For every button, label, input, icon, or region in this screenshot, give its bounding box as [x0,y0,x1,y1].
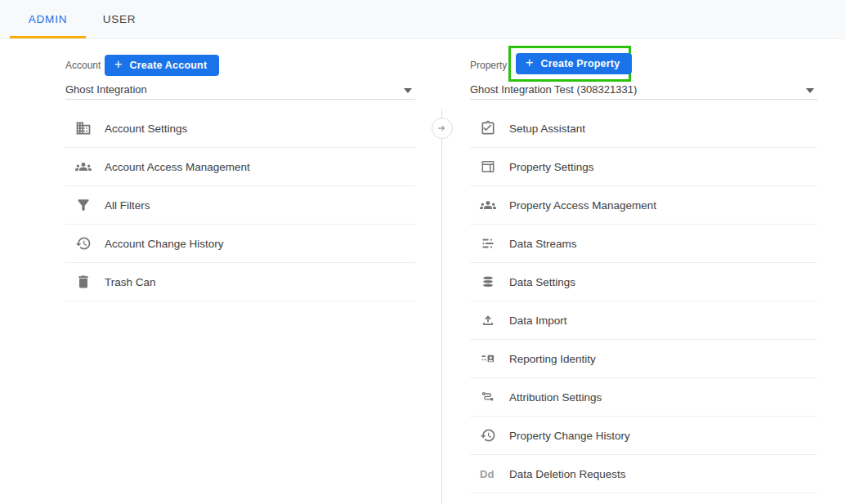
tab-user[interactable]: USER [86,0,153,38]
property-section-label: Property [470,60,507,71]
property-selector-value: Ghost Integration Test (308321331) [470,83,637,96]
account-menu: Account Settings Account Access Manageme… [65,109,415,301]
chevron-down-icon [404,83,412,96]
menu-item-label: Account Access Management [105,161,250,173]
filter-icon [75,197,92,213]
active-tab-underline [10,36,86,38]
chevron-down-icon [806,83,814,96]
history-icon [480,427,496,444]
identity-card-icon [480,350,496,367]
create-property-label: Create Property [541,58,620,69]
plus-icon: + [114,58,123,71]
clipboard-check-icon [480,120,496,136]
people-icon [75,158,92,175]
property-selector[interactable]: Ghost Integration Test (308321331) [470,79,817,100]
menu-item-label: Data Import [509,314,567,327]
property-menu: Setup Assistant Property Settings Proper… [470,109,817,493]
menu-item-label: Reporting Identity [509,353,596,365]
menu-item-attribution-settings[interactable]: Attribution Settings [470,378,817,417]
menu-item-data-deletion-requests[interactable]: Dd Data Deletion Requests [470,455,817,493]
menu-item-label: Property Settings [509,161,594,173]
attribution-path-icon [480,389,496,405]
plus-icon: + [526,56,534,69]
menu-item-account-change-history[interactable]: Account Change History [65,225,415,263]
menu-item-all-filters[interactable]: All Filters [65,186,415,225]
menu-item-trash-can[interactable]: Trash Can [65,263,415,301]
people-icon [480,197,496,213]
account-selector-value: Ghost Integration [65,83,147,96]
create-account-button[interactable]: + Create Account [105,55,219,76]
arrow-right-icon [436,122,449,135]
menu-item-data-streams[interactable]: Data Streams [470,225,817,263]
menu-item-label: Account Change History [105,238,224,250]
menu-item-data-settings[interactable]: Data Settings [470,263,817,301]
menu-item-reporting-identity[interactable]: Reporting Identity [470,340,817,378]
account-section-label: Account [65,60,101,71]
menu-item-setup-assistant[interactable]: Setup Assistant [470,109,817,148]
menu-item-property-change-history[interactable]: Property Change History [470,417,817,455]
menu-item-account-access-management[interactable]: Account Access Management [65,148,415,186]
window-panes-icon [480,158,496,175]
tab-user-label: USER [103,13,137,25]
menu-item-label: Data Settings [509,276,575,288]
upload-icon [480,312,496,328]
collapse-column-button[interactable] [432,118,453,139]
menu-item-account-settings[interactable]: Account Settings [65,109,415,148]
database-icon [480,274,496,290]
create-account-label: Create Account [130,60,208,71]
menu-item-label: Property Access Management [509,199,656,212]
history-icon [75,235,92,252]
menu-item-property-access-management[interactable]: Property Access Management [470,186,817,225]
menu-item-label: All Filters [105,199,150,212]
admin-tab-bar: ADMIN USER [0,0,846,39]
column-divider [441,109,442,504]
menu-item-label: Trash Can [105,276,156,288]
menu-item-label: Attribution Settings [509,391,602,404]
menu-item-label: Account Settings [105,123,187,135]
menu-item-label: Property Change History [509,430,630,442]
data-streams-icon [480,235,496,252]
menu-item-label: Data Streams [509,238,577,250]
create-property-button[interactable]: + Create Property [516,53,632,74]
tab-admin[interactable]: ADMIN [10,0,86,38]
building-icon [75,120,92,136]
dd-text-icon: Dd [480,468,499,480]
menu-item-label: Data Deletion Requests [509,468,626,480]
account-selector[interactable]: Ghost Integration [65,79,415,100]
trash-icon [75,274,92,290]
tab-admin-label: ADMIN [29,13,68,25]
menu-item-label: Setup Assistant [509,123,585,135]
menu-item-data-import[interactable]: Data Import [470,301,817,340]
menu-item-property-settings[interactable]: Property Settings [470,148,817,186]
